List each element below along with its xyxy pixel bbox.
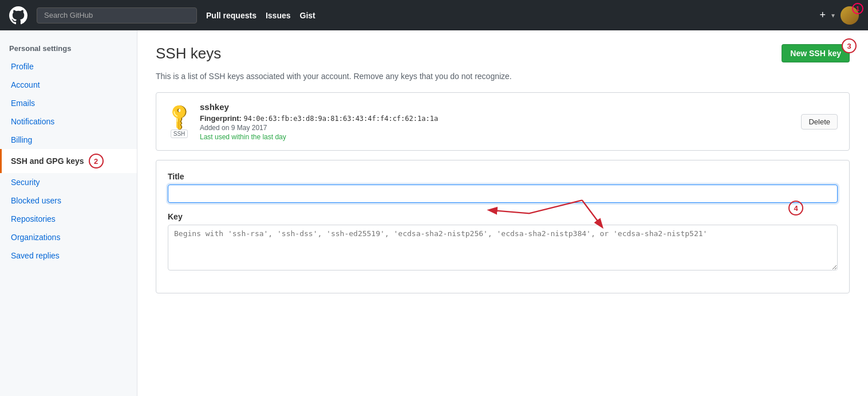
page-description: This is a list of SSH keys associated wi… [156, 72, 850, 81]
page-layout: Personal settings Profile Account Emails… [0, 30, 868, 396]
main-content: SSH keys New SSH key 3 This is a list of… [137, 30, 868, 396]
annotation-4: 4 [788, 201, 803, 215]
sidebar-item-notifications[interactable]: Notifications [0, 112, 137, 131]
pull-requests-link[interactable]: Pull requests [206, 11, 257, 20]
navbar-links: Pull requests Issues Gist [206, 11, 315, 20]
key-last-used: Last used within the last day [200, 133, 438, 141]
key-textarea[interactable] [168, 225, 838, 270]
key-added-date: Added on 9 May 2017 [200, 124, 438, 132]
sidebar: Personal settings Profile Account Emails… [0, 30, 137, 396]
title-form-group: Title [168, 172, 838, 203]
sidebar-item-account[interactable]: Account [0, 76, 137, 94]
sidebar-item-blocked-users[interactable]: Blocked users [0, 191, 137, 210]
new-item-button[interactable]: + [819, 9, 826, 21]
navbar: Pull requests Issues Gist + ▾ 1 [0, 0, 868, 30]
title-input[interactable] [168, 185, 838, 203]
key-fingerprint: Fingerprint: 94:0e:63:fb:e3:d8:9a:81:63:… [200, 114, 438, 123]
new-ssh-btn-badge: 3 [842, 38, 857, 53]
gist-link[interactable]: Gist [300, 11, 315, 20]
sidebar-item-billing[interactable]: Billing [0, 131, 137, 149]
delete-key-button[interactable]: Delete [801, 114, 838, 130]
search-input[interactable] [37, 7, 197, 23]
sidebar-item-repositories[interactable]: Repositories [0, 210, 137, 228]
sidebar-heading: Personal settings [0, 40, 137, 57]
dropdown-chevron-icon[interactable]: ▾ [831, 11, 835, 19]
key-icon-wrap: 🔑 SSH [168, 105, 191, 138]
sidebar-item-ssh-gpg-label: SSH and GPG keys [11, 156, 84, 166]
title-label: Title [168, 172, 838, 181]
github-logo-icon[interactable] [9, 6, 27, 25]
key-name: sshkey [200, 102, 438, 112]
ssh-gpg-label-wrap: SSH and GPG keys 2 [11, 154, 128, 168]
sidebar-item-organizations[interactable]: Organizations [0, 228, 137, 246]
key-icon: 🔑 [163, 100, 195, 132]
key-details: sshkey Fingerprint: 94:0e:63:fb:e3:d8:9a… [200, 102, 438, 141]
main-header: SSH keys New SSH key 3 [156, 44, 850, 62]
sidebar-item-ssh-gpg-keys[interactable]: SSH and GPG keys 2 [0, 149, 137, 173]
avatar-wrap: 1 [841, 6, 859, 25]
add-key-form: Title Key 4 [156, 160, 850, 293]
sidebar-item-emails[interactable]: Emails [0, 94, 137, 112]
annotation-4-wrap: 4 [788, 201, 803, 215]
ssh-key-info: 🔑 SSH sshkey Fingerprint: 94:0e:63:fb:e3… [168, 102, 438, 141]
notification-badge: 1 [852, 3, 863, 14]
key-form-group: Key [168, 212, 838, 272]
new-ssh-btn-wrap: New SSH key 3 [782, 44, 850, 62]
new-ssh-key-button[interactable]: New SSH key [782, 44, 850, 62]
sidebar-item-profile[interactable]: Profile [0, 57, 137, 76]
ssh-key-card: 🔑 SSH sshkey Fingerprint: 94:0e:63:fb:e3… [156, 92, 850, 151]
fingerprint-value: 94:0e:63:fb:e3:d8:9a:81:63:43:4f:f4:cf:6… [244, 115, 439, 123]
issues-link[interactable]: Issues [266, 11, 291, 20]
navbar-right: + ▾ 1 [819, 6, 859, 25]
sidebar-item-security[interactable]: Security [0, 173, 137, 191]
page-title: SSH keys [156, 45, 221, 62]
sidebar-ssh-badge: 2 [89, 154, 104, 168]
fingerprint-label: Fingerprint: [200, 114, 242, 123]
key-label: Key [168, 212, 838, 221]
sidebar-item-saved-replies[interactable]: Saved replies [0, 246, 137, 265]
